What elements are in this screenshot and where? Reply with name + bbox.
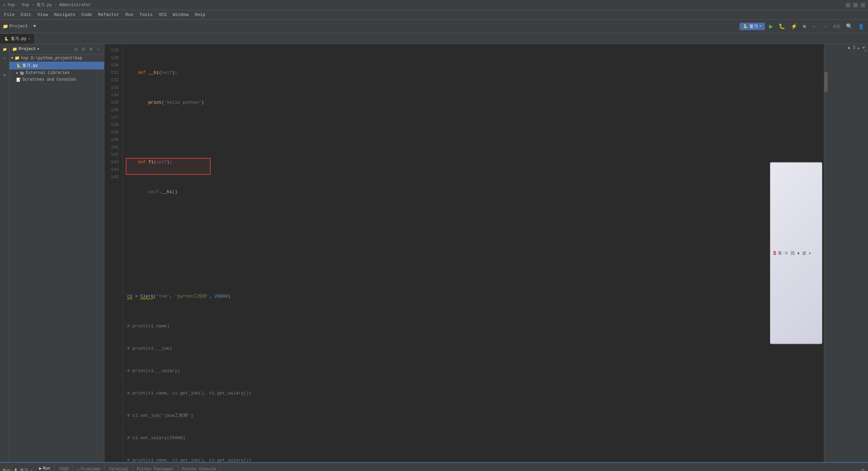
menu-item-view[interactable]: View <box>35 11 51 18</box>
tab-label: 复习.py <box>11 36 26 42</box>
debug-button[interactable]: 🐛 <box>777 22 787 30</box>
stop-button[interactable]: ■ <box>802 23 808 30</box>
gutter-indicators: 0.1 0.2 <box>865 44 868 462</box>
tab-fuzhi-py[interactable]: 🐍 复习.py ✕ <box>0 34 35 44</box>
sidebar-controls: ◎ ⊟ ⚙ ─ <box>73 46 101 52</box>
main-layout: 📁 ≡ ★ 📁 Project ▼ ◎ ⊟ ⚙ ─ ▼ 📁 hsp D:\pyt… <box>0 44 868 462</box>
code-line-133 <box>127 218 824 226</box>
toolbar-project: 📁 Project ▼ <box>3 24 36 29</box>
run-icon: 🐍 <box>14 468 19 471</box>
bottom-tab-problems[interactable]: ⚠ Problems <box>73 465 105 471</box>
tab-close-icon[interactable]: ✕ <box>28 37 31 41</box>
menu-item-window[interactable]: Window <box>170 11 192 18</box>
tab-bar: 🐍 复习.py ✕ <box>0 33 868 44</box>
tree-item-external-libs[interactable]: ▶ 📚 External Libraries <box>9 69 104 76</box>
terminal-tab-label: Terminal <box>109 467 129 471</box>
sidebar-header: 📁 Project ▼ ◎ ⊟ ⚙ ─ <box>9 44 104 55</box>
editor-scrollbar[interactable] <box>824 52 828 462</box>
window-title: hsp - 复习.py - Administrator <box>22 2 91 8</box>
structure-panel-icon[interactable]: ≡ <box>1 54 8 62</box>
title-bar-controls: ─ □ ✕ <box>846 3 865 7</box>
menu-item-vcs[interactable]: VCS <box>156 11 169 18</box>
code-editor[interactable]: def __hi(self): print('hello python') de… <box>123 44 824 462</box>
app-icon: ✦ <box>3 2 5 8</box>
gutter-num-02: 0.2 <box>864 49 868 52</box>
title-separator: - <box>17 2 20 8</box>
sohu-widget[interactable]: S 英·※ 回 ♦ 设 ✕ <box>770 162 822 344</box>
editor-right-panel: ▲ 3 ▲ ▼ <box>824 44 868 462</box>
tree-item-fuzhi-py[interactable]: 🐍 复习.py <box>9 62 104 69</box>
tree-item-scratches[interactable]: 📝 Scratches and Consoles <box>9 76 104 83</box>
run-with-coverage[interactable]: ⚡ <box>789 22 799 30</box>
run-tab-label: Run <box>43 466 51 471</box>
python-packages-tab-label: Python Packages <box>137 467 174 471</box>
favorites-panel-icon[interactable]: ★ <box>1 71 8 79</box>
bottom-settings-btn[interactable]: ⚙ <box>861 468 865 471</box>
sidebar-close-icon[interactable]: ─ <box>95 46 101 52</box>
sidebar-dropdown-icon[interactable]: ▼ <box>37 47 39 51</box>
sidebar-locate-icon[interactable]: ◎ <box>73 46 79 52</box>
tree-label-ext-libs: External Libraries <box>26 70 70 75</box>
tree-label-fuzhi: 复习.py <box>22 63 38 68</box>
code-line-139: # print(c1.__salary) <box>127 367 824 375</box>
nav-forward[interactable]: → <box>821 23 829 30</box>
bottom-tab-todo[interactable]: TODO <box>55 465 73 471</box>
code-line-132: self.__hi() <box>127 188 824 196</box>
sidebar: 📁 Project ▼ ◎ ⊟ ⚙ ─ ▼ 📁 hsp D:\python_pr… <box>9 44 104 462</box>
bottom-tab-terminal[interactable]: Terminal <box>105 465 133 471</box>
code-line-142: # c1.set_salary(25000) <box>127 434 824 442</box>
gutter-num-01: 0.1 <box>864 45 868 48</box>
code-line-130 <box>127 129 824 136</box>
settings-button[interactable]: 👤 <box>857 23 865 30</box>
menu-item-edit[interactable]: Edit <box>18 11 34 18</box>
sohu-s-icon: S <box>773 250 776 256</box>
run-tab-close[interactable]: ✕ <box>30 468 33 471</box>
run-config[interactable]: 🐍 复习 ▼ <box>739 23 765 30</box>
bottom-tab-run[interactable]: ▶ Run <box>35 464 55 471</box>
minimize-button[interactable]: ─ <box>846 3 850 7</box>
sidebar-collapse-icon[interactable]: ⊟ <box>80 46 86 52</box>
code-line-140: # print(c1.name, c1.get_job(), c1.get_sa… <box>127 390 824 397</box>
title-bar: ✦ hsp - hsp - 复习.py - Administrator ─ □ … <box>0 0 868 10</box>
search-everywhere[interactable]: 🔍 <box>845 22 854 30</box>
sidebar-settings-icon[interactable]: ⚙ <box>88 46 94 52</box>
maximize-button[interactable]: □ <box>853 3 858 7</box>
title-bar-left: ✦ hsp - hsp - 复习.py - Administrator <box>3 2 91 8</box>
menu-item-tools[interactable]: Tools <box>137 11 155 18</box>
run-config-tab-name: 复习 <box>20 468 28 471</box>
nav-back[interactable]: ← <box>810 23 818 30</box>
code-line-137: # print(c1.name) <box>127 323 824 330</box>
scratches-icon: 📝 <box>16 78 21 82</box>
code-line-129: print('hello python') <box>127 99 824 106</box>
expand-icon-ext: ▶ <box>16 71 18 75</box>
line-numbers: 128 129 130 131 132 133 134 135 136 137 … <box>104 44 123 462</box>
project-panel-icon[interactable]: 📁 <box>1 45 8 53</box>
bottom-tab-python-console[interactable]: Python Console <box>178 465 221 471</box>
run-tab-icon: ▶ <box>39 466 41 471</box>
scrollbar-thumb[interactable] <box>824 72 828 92</box>
tree-item-hsp[interactable]: ▼ 📁 hsp D:\python_project\hsp <box>9 55 104 62</box>
menu-item-code[interactable]: Code <box>79 11 95 18</box>
toolbar: 📁 Project ▼ 🐍 复习 ▼ ▶ 🐛 ⚡ ■ ← → A文 🔍 👤 <box>0 20 868 33</box>
editor-area[interactable]: 128 129 130 131 132 133 134 135 136 137 … <box>104 44 868 462</box>
python-console-tab-label: Python Console <box>182 467 216 471</box>
close-button[interactable]: ✕ <box>861 3 865 7</box>
left-panel-icons: 📁 ≡ ★ <box>0 44 9 462</box>
menu-item-refactor[interactable]: Refactor <box>95 11 122 18</box>
python-file-icon: 🐍 <box>16 63 21 68</box>
bottom-tabs: Run: 🐍 复习 ✕ ▶ Run TODO ⚠ Problems Termin… <box>0 463 868 471</box>
menu-item-run[interactable]: Run <box>123 11 136 18</box>
bottom-panel-controls: ⚙ <box>861 468 868 471</box>
menu-item-file[interactable]: File <box>1 11 17 18</box>
menu-item-navigate[interactable]: Navigate <box>52 11 78 18</box>
match-prev-btn[interactable]: ▲ <box>856 46 860 50</box>
code-line-136: c1 = Clerk('tom', 'python工程师', 20000) <box>127 293 824 300</box>
run-button[interactable]: ▶ <box>768 22 774 30</box>
translate-button[interactable]: A文 <box>832 23 842 30</box>
tree-label-scratches: Scratches and Consoles <box>22 77 76 82</box>
sohu-widget-label: 英·※ 回 ♦ 设 ✕ <box>778 250 811 256</box>
run-config-dropdown: ▼ <box>760 24 762 28</box>
bottom-tab-python-packages[interactable]: Python Packages <box>133 465 178 471</box>
kw-def: def <box>127 69 148 77</box>
menu-item-help[interactable]: Help <box>192 11 208 18</box>
